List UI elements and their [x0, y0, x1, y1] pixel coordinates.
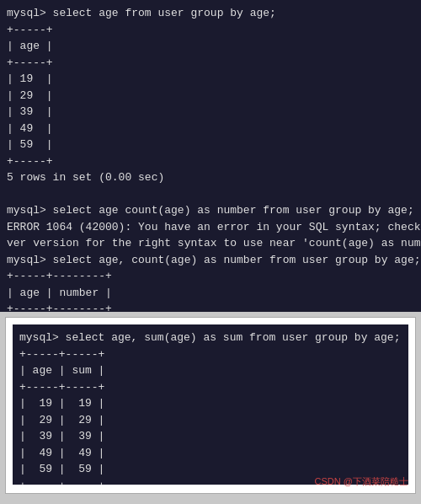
top-line-3: | age | — [7, 38, 414, 55]
top-line-15: mysql> select age, count(age) as number … — [7, 252, 414, 269]
top-line-14: ver version for the right syntax to use … — [7, 235, 414, 252]
terminal-top: mysql> select age from user group by age… — [0, 0, 421, 312]
watermark: CSDN @下酒菜陪糙士 — [315, 475, 408, 488]
top-line-5: | 19 | — [7, 71, 414, 88]
terminal-bottom-wrapper: mysql> select age, sum(age) as sum from … — [5, 317, 416, 494]
top-line-2: +-----+ — [7, 22, 414, 39]
top-line-6: | 29 | — [7, 88, 414, 105]
bot-line-8: | 49 | 49 | — [19, 445, 402, 462]
top-line-11: 5 rows in set (0.00 sec) — [7, 169, 414, 186]
top-line-1: mysql> select age from user group by age… — [7, 5, 414, 22]
bot-line-7: | 39 | 39 | — [19, 428, 402, 445]
top-line-8: | 49 | — [7, 121, 414, 137]
top-line-12: mysql> select age count(age) as number f… — [7, 202, 414, 219]
bot-line-2: +-----+-----+ — [19, 346, 402, 363]
bot-line-3: | age | sum | — [19, 362, 402, 379]
bot-line-1: mysql> select age, sum(age) as sum from … — [19, 330, 402, 346]
top-line-7: | 39 | — [7, 104, 414, 121]
bot-line-6: | 29 | 29 | — [19, 412, 402, 429]
top-line-9: | 59 | — [7, 137, 414, 153]
bot-line-4: +-----+-----+ — [19, 379, 402, 396]
top-line-10: +-----+ — [7, 153, 414, 170]
top-line-4: +-----+ — [7, 55, 414, 72]
top-line-16: +-----+--------+ — [7, 268, 414, 285]
terminal-bottom: mysql> select age, sum(age) as sum from … — [13, 324, 408, 485]
top-line-18: +-----+--------+ — [7, 301, 414, 312]
bot-line-5: | 19 | 19 | — [19, 395, 402, 412]
top-line-17: | age | number | — [7, 285, 414, 302]
top-line-blank — [7, 186, 414, 203]
top-line-13: ERROR 1064 (42000): You have an error in… — [7, 219, 414, 236]
